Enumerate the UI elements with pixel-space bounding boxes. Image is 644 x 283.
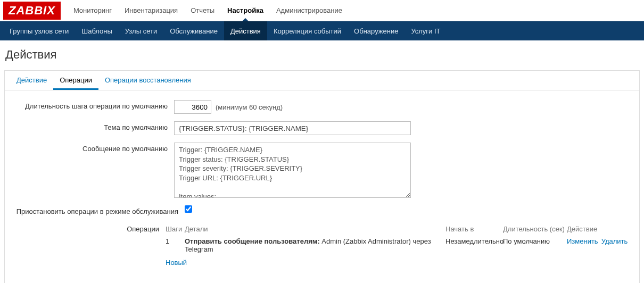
ops-new-link[interactable]: Новый [166,259,187,267]
ops-row-start: Незамедлительно [445,237,503,245]
menu-admin[interactable]: Администрирование [270,0,349,21]
submenu-itservices[interactable]: Услуги IT [404,21,447,40]
ops-edit-link[interactable]: Изменить [567,237,598,245]
operations-label: Операции [10,223,166,233]
page-title: Действия [0,40,644,70]
operations-form: Длительность шага операции по умолчанию … [5,90,639,282]
submenu-templates[interactable]: Шаблоны [75,21,119,40]
menu-inventory[interactable]: Инвентаризация [118,0,184,21]
ops-row-dur: По умолчанию [503,237,567,245]
ops-head-start: Начать в [445,225,503,233]
main-menu: Мониторинг Инвентаризация Отчеты Настрой… [67,0,349,21]
step-duration-label: Длительность шага операции по умолчанию [10,100,174,110]
ops-row: 1 Отправить сообщение пользователям: Adm… [166,235,634,255]
subject-input[interactable] [174,121,411,135]
ops-row-detail: Отправить сообщение пользователям: Admin… [185,237,445,253]
submenu-discovery[interactable]: Обнаружение [348,21,404,40]
submenu-hostgroups[interactable]: Группы узлов сети [3,21,75,40]
ops-head-dur: Длительность (сек) [503,225,567,233]
ops-row-detail-bold: Отправить сообщение пользователям: [185,237,320,245]
tab-action[interactable]: Действие [10,71,53,90]
menu-reports[interactable]: Отчеты [184,0,221,21]
ops-head-action: Действие [567,225,631,233]
tabs: Действие Операции Операции восстановлени… [5,71,639,90]
logo[interactable]: ZABBIX [3,2,61,20]
message-textarea[interactable] [174,143,411,198]
tab-operations[interactable]: Операции [53,71,98,90]
pause-checkbox[interactable] [185,205,192,213]
submenu-actions[interactable]: Действия [224,21,267,40]
ops-row-step: 1 [166,237,185,245]
submenu-hosts[interactable]: Узлы сети [119,21,163,40]
submenu-maintenance[interactable]: Обслуживание [163,21,224,40]
ops-head-steps: Шаги [166,225,185,233]
content-card: Действие Операции Операции восстановлени… [4,70,640,283]
tab-recovery[interactable]: Операции восстановления [98,71,197,90]
ops-delete-link[interactable]: Удалить [601,237,628,245]
ops-head-details: Детали [185,225,445,233]
menu-config[interactable]: Настройка [221,0,270,21]
subject-label: Тема по умолчанию [10,121,174,131]
pause-label: Приостановить операции в режиме обслужив… [10,205,185,215]
step-duration-hint: (минимум 60 секунд) [216,103,283,111]
message-label: Сообщение по умолчанию [10,143,174,153]
submenu-correlation[interactable]: Корреляция событий [267,21,348,40]
step-duration-input[interactable] [174,100,211,114]
sub-menu: Группы узлов сети Шаблоны Узлы сети Обсл… [0,21,644,40]
menu-monitoring[interactable]: Мониторинг [67,0,118,21]
